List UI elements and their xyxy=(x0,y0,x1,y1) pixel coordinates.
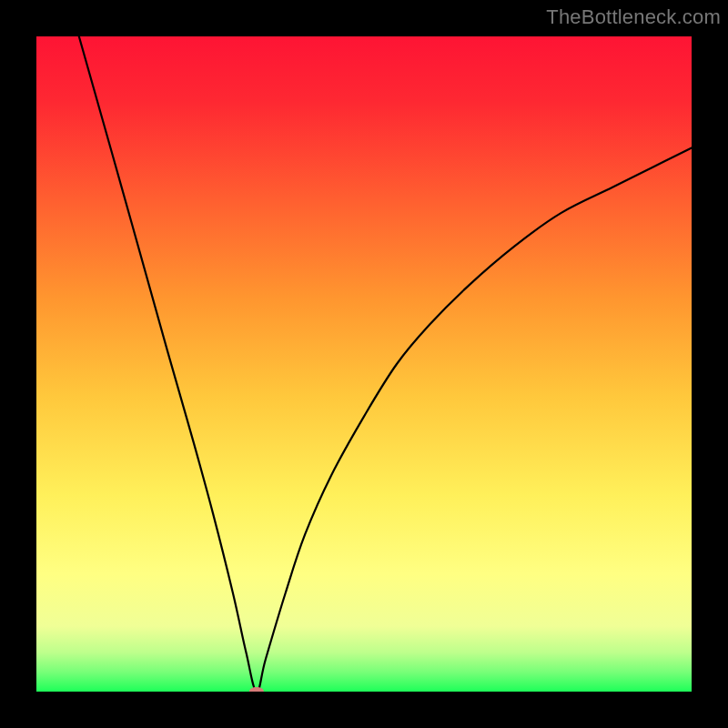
plot-area xyxy=(36,36,692,692)
chart-canvas xyxy=(36,36,692,692)
watermark-text: TheBottleneck.com xyxy=(546,5,721,29)
chart-frame: TheBottleneck.com xyxy=(0,0,728,728)
gradient-background xyxy=(36,36,692,692)
